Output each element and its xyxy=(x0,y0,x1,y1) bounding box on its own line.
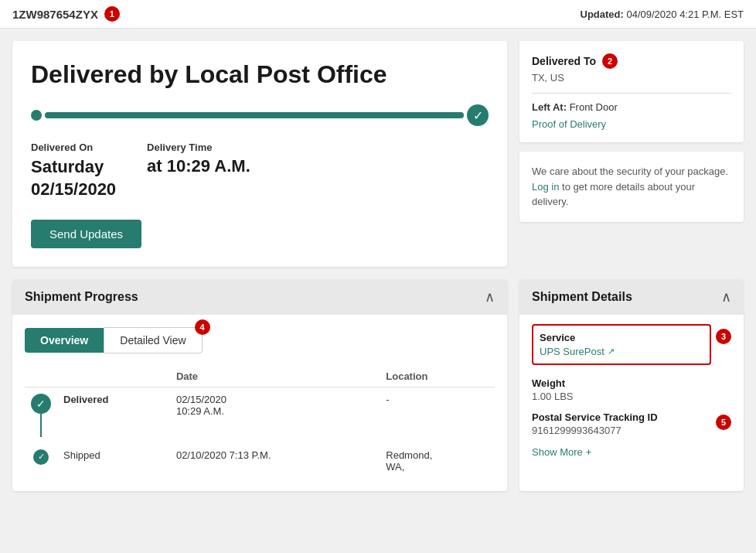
tracking-badge: 1 xyxy=(104,6,120,22)
delivered-on-value: Saturday 02/15/2020 xyxy=(31,156,116,200)
updated-text: Updated: 04/09/2020 4:21 P.M. EST xyxy=(581,9,744,20)
tabs-row: Overview Detailed View 4 xyxy=(25,327,495,353)
tab-overview[interactable]: Overview xyxy=(25,328,104,353)
login-link[interactable]: Log in xyxy=(532,181,559,193)
security-text: We care about the security of your packa… xyxy=(532,164,731,210)
shipment-progress-body: Overview Detailed View 4 Date Location xyxy=(12,315,507,491)
timeline-line xyxy=(40,414,42,437)
table-row: ✓ Delivered 02/15/2020 10:29 A.M. - xyxy=(25,387,495,443)
delivered-to-label: Delivered To xyxy=(532,55,596,67)
show-more-link[interactable]: Show More + xyxy=(532,446,591,458)
progress-bar-bg xyxy=(45,112,464,118)
delivered-to-badge: 2 xyxy=(602,53,618,69)
weight-label: Weight xyxy=(532,377,731,389)
shipment-progress-header: Shipment Progress ∧ xyxy=(12,279,507,315)
status-circle-small: ✓ xyxy=(33,449,49,465)
delivered-on-section: Delivered On Saturday 02/15/2020 xyxy=(31,142,116,200)
postal-tracking-label: Postal Service Tracking ID xyxy=(532,411,711,423)
col-event xyxy=(57,366,170,387)
shipment-progress-title: Shipment Progress xyxy=(25,290,138,304)
status-cell: ✓ xyxy=(25,387,57,443)
event-cell: Delivered xyxy=(57,387,170,443)
tracking-id-wrap: 1ZW987654ZYX 1 xyxy=(12,6,120,22)
right-panels: Delivered To 2 TX, US Left At: Front Doo… xyxy=(519,41,744,267)
delivery-time-value: at 10:29 A.M. xyxy=(147,156,250,176)
col-date: Date xyxy=(170,366,380,387)
divider xyxy=(532,93,731,94)
delivery-info-row: Delivered On Saturday 02/15/2020 Deliver… xyxy=(31,142,489,200)
location-cell-2: Redmond,WA, xyxy=(380,443,495,479)
collapse-icon[interactable]: ∧ xyxy=(485,288,495,306)
progress-start-dot xyxy=(31,110,42,121)
status-check-icon: ✓ xyxy=(31,394,51,414)
postal-tracking-section: Postal Service Tracking ID 9161299993643… xyxy=(532,411,731,445)
bottom-section: Shipment Progress ∧ Overview Detailed Vi… xyxy=(0,279,756,504)
progress-bar-fill xyxy=(45,112,464,118)
delivery-time-section: Delivery Time at 10:29 A.M. xyxy=(147,142,250,200)
event-cell-2: Shipped xyxy=(57,443,170,479)
external-link-icon: ↗ xyxy=(608,346,615,357)
delivered-on-label: Delivered On xyxy=(31,142,116,153)
delivered-to-header: Delivered To 2 xyxy=(532,53,731,69)
progress-check-icon: ✓ xyxy=(467,104,489,126)
weight-section: Weight 1.00 LBS xyxy=(532,377,731,402)
progress-bar-wrap: ✓ xyxy=(31,104,489,126)
show-more-icon: + xyxy=(586,446,592,458)
date-cell: 02/15/2020 10:29 A.M. xyxy=(170,387,380,443)
shipment-progress-panel: Shipment Progress ∧ Overview Detailed Vi… xyxy=(12,279,507,491)
service-label: Service xyxy=(540,332,703,343)
delivery-time-label: Delivery Time xyxy=(147,142,250,153)
details-collapse-icon[interactable]: ∧ xyxy=(721,288,731,306)
delivery-title: Delivered by Local Post Office xyxy=(31,60,489,89)
security-card: We care about the security of your packa… xyxy=(519,152,744,222)
send-updates-button[interactable]: Send Updates xyxy=(31,220,141,248)
location-cell: - xyxy=(380,387,495,443)
shipment-details-panel: Shipment Details ∧ Service UPS SurePost … xyxy=(519,279,744,491)
tab-detailed-wrap: Detailed View 4 xyxy=(104,327,202,353)
tab-detailed-badge: 4 xyxy=(195,319,210,335)
shipment-table: Date Location ✓ Delivered xyxy=(25,366,495,479)
left-at-row: Left At: Front Door xyxy=(532,101,731,113)
table-row: ✓ Shipped 02/10/2020 7:13 P.M. Redmond,W… xyxy=(25,443,495,479)
tracking-id: 1ZW987654ZYX xyxy=(12,8,98,21)
weight-value: 1.00 LBS xyxy=(532,391,731,402)
delivery-card: Delivered by Local Post Office ✓ Deliver… xyxy=(12,41,507,267)
postal-tracking-value: 9161299993643077 xyxy=(532,425,711,436)
delivered-to-value: TX, US xyxy=(532,72,731,84)
postal-tracking-badge: 5 xyxy=(716,415,731,430)
col-status xyxy=(25,366,57,387)
top-bar: 1ZW987654ZYX 1 Updated: 04/09/2020 4:21 … xyxy=(0,0,756,29)
col-location: Location xyxy=(380,366,495,387)
shipment-details-body: Service UPS SurePost ↗ 3 Weight 1.00 LBS… xyxy=(519,315,744,467)
status-cell-2: ✓ xyxy=(25,443,57,479)
shipment-details-title: Shipment Details xyxy=(532,290,632,304)
proof-of-delivery-link[interactable]: Proof of Delivery xyxy=(532,118,606,130)
service-box: Service UPS SurePost ↗ xyxy=(532,324,711,365)
delivered-to-card: Delivered To 2 TX, US Left At: Front Doo… xyxy=(519,41,744,142)
main-content: Delivered by Local Post Office ✓ Deliver… xyxy=(0,29,756,279)
tab-detailed[interactable]: Detailed View xyxy=(104,327,202,353)
date-cell-2: 02/10/2020 7:13 P.M. xyxy=(170,443,380,479)
service-link[interactable]: UPS SurePost ↗ xyxy=(540,346,615,357)
service-badge: 3 xyxy=(716,329,731,344)
shipment-details-header: Shipment Details ∧ xyxy=(519,279,744,315)
